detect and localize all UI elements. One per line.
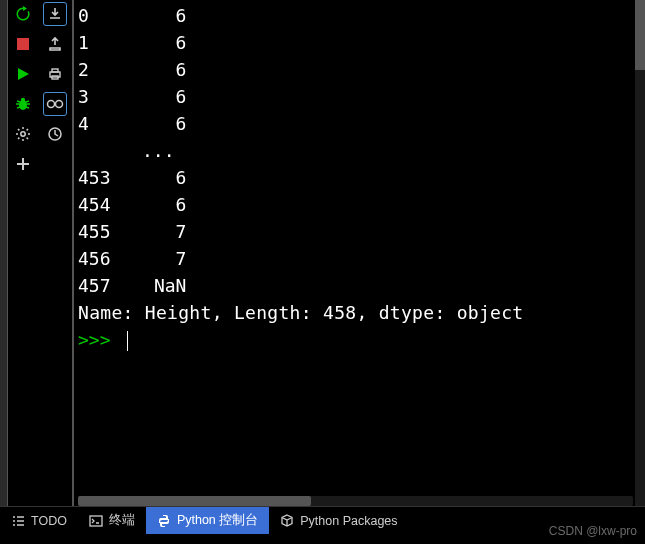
settings-button[interactable] (11, 122, 35, 146)
svg-rect-17 (90, 516, 102, 526)
svg-line-5 (17, 101, 20, 102)
output-ellipsis: ... (78, 137, 641, 164)
horizontal-scrollbar[interactable] (78, 496, 633, 506)
tab-terminal[interactable]: 终端 (78, 507, 146, 534)
stop-button[interactable] (11, 32, 35, 56)
cursor-icon (127, 331, 128, 351)
output-line: 1 6 (78, 29, 641, 56)
tab-label: TODO (31, 514, 67, 528)
terminal-icon (89, 514, 103, 528)
watermark: CSDN @lxw-pro (549, 524, 637, 538)
output-line: 455 7 (78, 218, 641, 245)
output-line: 456 7 (78, 245, 641, 272)
add-button[interactable] (11, 152, 35, 176)
rerun-button[interactable] (11, 2, 35, 26)
svg-point-2 (21, 98, 25, 102)
output-line: 3 6 (78, 83, 641, 110)
view-button[interactable] (43, 92, 67, 116)
import-button[interactable] (43, 2, 67, 26)
run-toolbar (8, 0, 38, 506)
tab-todo[interactable]: TODO (0, 507, 78, 534)
side-handle[interactable] (0, 360, 6, 460)
output-line: 2 6 (78, 56, 641, 83)
svg-rect-0 (17, 38, 29, 50)
console-toolbar (38, 0, 74, 506)
console-output[interactable]: 0 6 1 6 2 6 3 6 4 6 ... 453 6 454 6 455 … (74, 0, 645, 506)
tab-python-console[interactable]: Python 控制台 (146, 507, 269, 534)
python-icon (157, 514, 171, 528)
output-line: 457 NaN (78, 272, 641, 299)
svg-line-6 (26, 101, 29, 102)
tab-label: Python Packages (300, 514, 397, 528)
vertical-scroll-thumb[interactable] (635, 0, 645, 70)
tab-label: Python 控制台 (177, 512, 258, 529)
output-line: 453 6 (78, 164, 641, 191)
svg-point-13 (48, 101, 55, 108)
play-button[interactable] (11, 62, 35, 86)
debug-button[interactable] (11, 92, 35, 116)
list-icon (11, 514, 25, 528)
tab-label: 终端 (109, 512, 135, 529)
prompt-line[interactable]: >>> (78, 326, 641, 353)
svg-point-14 (56, 101, 63, 108)
output-line: 4 6 (78, 110, 641, 137)
export-button[interactable] (43, 32, 67, 56)
vertical-scrollbar[interactable] (635, 0, 645, 506)
svg-line-7 (17, 107, 20, 108)
output-line: 454 6 (78, 191, 641, 218)
tab-python-packages[interactable]: Python Packages (269, 507, 408, 534)
svg-point-9 (21, 132, 25, 136)
history-button[interactable] (43, 122, 67, 146)
svg-rect-11 (52, 69, 58, 72)
print-button[interactable] (43, 62, 67, 86)
output-line: 0 6 (78, 2, 641, 29)
output-summary: Name: Height, Length: 458, dtype: object (78, 299, 641, 326)
horizontal-scroll-thumb[interactable] (78, 496, 311, 506)
svg-line-8 (26, 107, 29, 108)
packages-icon (280, 514, 294, 528)
